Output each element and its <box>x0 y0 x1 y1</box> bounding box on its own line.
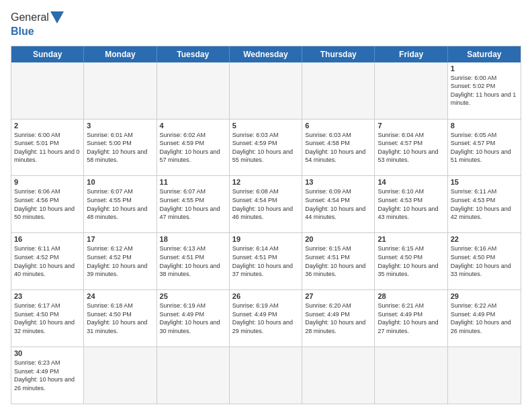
calendar-cell: 20Sunrise: 6:15 AMSunset: 4:51 PMDayligh… <box>302 233 375 289</box>
day-number: 10 <box>87 178 153 186</box>
calendar-body: 1Sunrise: 6:00 AMSunset: 5:02 PMDaylight… <box>11 62 521 404</box>
calendar-cell <box>157 62 230 119</box>
calendar-cell: 8Sunrise: 6:05 AMSunset: 4:57 PMDaylight… <box>448 120 521 176</box>
calendar-cell <box>230 347 302 404</box>
day-info: Sunrise: 6:13 AMSunset: 4:51 PMDaylight:… <box>160 244 226 278</box>
day-info: Sunrise: 6:10 AMSunset: 4:53 PMDaylight:… <box>378 187 444 221</box>
calendar-cell: 10Sunrise: 6:07 AMSunset: 4:55 PMDayligh… <box>84 176 157 232</box>
calendar-cell <box>302 62 375 119</box>
day-info: Sunrise: 6:11 AMSunset: 4:53 PMDaylight:… <box>451 187 518 221</box>
day-number: 26 <box>232 292 299 300</box>
logo-triangle-icon <box>50 11 64 24</box>
day-info: Sunrise: 6:00 AMSunset: 5:01 PMDaylight:… <box>14 131 81 165</box>
day-number: 9 <box>14 178 81 186</box>
calendar-cell: 13Sunrise: 6:09 AMSunset: 4:54 PMDayligh… <box>302 176 375 232</box>
day-number: 29 <box>451 292 518 300</box>
day-info: Sunrise: 6:00 AMSunset: 5:02 PMDaylight:… <box>451 74 518 107</box>
page-header: General Blue <box>11 11 521 39</box>
calendar-cell: 29Sunrise: 6:22 AMSunset: 4:49 PMDayligh… <box>448 290 521 347</box>
day-info: Sunrise: 6:03 AMSunset: 4:59 PMDaylight:… <box>232 131 299 165</box>
calendar-page: General Blue SundayMondayTuesdayWednesda… <box>0 0 532 411</box>
calendar-cell: 24Sunrise: 6:18 AMSunset: 4:50 PMDayligh… <box>84 290 157 347</box>
day-number: 30 <box>14 349 81 357</box>
day-number: 24 <box>87 292 153 300</box>
day-info: Sunrise: 6:17 AMSunset: 4:50 PMDaylight:… <box>14 302 81 335</box>
day-info: Sunrise: 6:03 AMSunset: 4:58 PMDaylight:… <box>305 131 371 165</box>
day-info: Sunrise: 6:08 AMSunset: 4:54 PMDaylight:… <box>232 187 299 221</box>
calendar-cell <box>84 347 157 404</box>
calendar-cell: 15Sunrise: 6:11 AMSunset: 4:53 PMDayligh… <box>448 176 521 232</box>
day-header-wednesday: Wednesday <box>230 46 302 62</box>
calendar-cell: 3Sunrise: 6:01 AMSunset: 5:00 PMDaylight… <box>84 120 157 176</box>
calendar-cell: 17Sunrise: 6:12 AMSunset: 4:52 PMDayligh… <box>84 233 157 289</box>
calendar-header: SundayMondayTuesdayWednesdayThursdayFrid… <box>11 46 521 62</box>
day-info: Sunrise: 6:01 AMSunset: 5:00 PMDaylight:… <box>87 131 153 165</box>
day-number: 22 <box>451 235 518 243</box>
calendar-week-4: 16Sunrise: 6:11 AMSunset: 4:52 PMDayligh… <box>11 233 521 290</box>
day-info: Sunrise: 6:07 AMSunset: 4:55 PMDaylight:… <box>87 187 153 221</box>
day-info: Sunrise: 6:23 AMSunset: 4:49 PMDaylight:… <box>14 359 81 392</box>
day-info: Sunrise: 6:06 AMSunset: 4:56 PMDaylight:… <box>14 187 81 221</box>
day-info: Sunrise: 6:04 AMSunset: 4:57 PMDaylight:… <box>378 131 444 165</box>
day-number: 18 <box>160 235 226 243</box>
day-number: 12 <box>232 178 299 186</box>
calendar-week-3: 9Sunrise: 6:06 AMSunset: 4:56 PMDaylight… <box>11 176 521 233</box>
calendar-cell: 28Sunrise: 6:21 AMSunset: 4:49 PMDayligh… <box>375 290 447 347</box>
day-number: 4 <box>160 122 226 130</box>
calendar-cell: 27Sunrise: 6:20 AMSunset: 4:49 PMDayligh… <box>302 290 375 347</box>
day-header-monday: Monday <box>84 46 157 62</box>
day-info: Sunrise: 6:05 AMSunset: 4:57 PMDaylight:… <box>451 131 518 165</box>
calendar-cell: 16Sunrise: 6:11 AMSunset: 4:52 PMDayligh… <box>11 233 84 289</box>
day-header-friday: Friday <box>375 46 447 62</box>
day-info: Sunrise: 6:22 AMSunset: 4:49 PMDaylight:… <box>451 302 518 335</box>
calendar-cell: 4Sunrise: 6:02 AMSunset: 4:59 PMDaylight… <box>157 120 230 176</box>
day-info: Sunrise: 6:21 AMSunset: 4:49 PMDaylight:… <box>378 302 444 335</box>
day-info: Sunrise: 6:07 AMSunset: 4:55 PMDaylight:… <box>160 187 226 221</box>
calendar-cell <box>157 347 230 404</box>
day-number: 16 <box>14 235 81 243</box>
day-info: Sunrise: 6:11 AMSunset: 4:52 PMDaylight:… <box>14 244 81 278</box>
day-number: 25 <box>160 292 226 300</box>
day-number: 28 <box>378 292 444 300</box>
calendar-cell: 14Sunrise: 6:10 AMSunset: 4:53 PMDayligh… <box>375 176 447 232</box>
calendar-cell <box>84 62 157 119</box>
day-info: Sunrise: 6:19 AMSunset: 4:49 PMDaylight:… <box>232 302 299 335</box>
calendar-cell: 2Sunrise: 6:00 AMSunset: 5:01 PMDaylight… <box>11 120 84 176</box>
calendar-cell: 9Sunrise: 6:06 AMSunset: 4:56 PMDaylight… <box>11 176 84 232</box>
day-header-tuesday: Tuesday <box>157 46 230 62</box>
calendar-cell: 26Sunrise: 6:19 AMSunset: 4:49 PMDayligh… <box>230 290 302 347</box>
day-info: Sunrise: 6:15 AMSunset: 4:51 PMDaylight:… <box>305 244 371 278</box>
day-header-sunday: Sunday <box>11 46 84 62</box>
day-number: 27 <box>305 292 371 300</box>
calendar-cell <box>302 347 375 404</box>
day-info: Sunrise: 6:20 AMSunset: 4:49 PMDaylight:… <box>305 302 371 335</box>
calendar-cell: 11Sunrise: 6:07 AMSunset: 4:55 PMDayligh… <box>157 176 230 232</box>
logo-blue-text: Blue <box>11 25 34 39</box>
calendar-cell <box>375 347 447 404</box>
svg-marker-0 <box>50 11 64 24</box>
calendar-cell: 18Sunrise: 6:13 AMSunset: 4:51 PMDayligh… <box>157 233 230 289</box>
day-number: 6 <box>305 122 371 130</box>
calendar-week-6: 30Sunrise: 6:23 AMSunset: 4:49 PMDayligh… <box>11 347 521 404</box>
calendar-cell: 5Sunrise: 6:03 AMSunset: 4:59 PMDaylight… <box>230 120 302 176</box>
calendar-cell: 22Sunrise: 6:16 AMSunset: 4:50 PMDayligh… <box>448 233 521 289</box>
calendar-week-2: 2Sunrise: 6:00 AMSunset: 5:01 PMDaylight… <box>11 120 521 177</box>
day-number: 13 <box>305 178 371 186</box>
day-info: Sunrise: 6:14 AMSunset: 4:51 PMDaylight:… <box>232 244 299 278</box>
calendar-cell: 7Sunrise: 6:04 AMSunset: 4:57 PMDaylight… <box>375 120 447 176</box>
day-info: Sunrise: 6:19 AMSunset: 4:49 PMDaylight:… <box>160 302 226 335</box>
day-number: 11 <box>160 178 226 186</box>
day-number: 1 <box>451 64 518 73</box>
calendar-cell <box>448 347 521 404</box>
day-number: 5 <box>232 122 299 130</box>
day-number: 2 <box>14 122 81 130</box>
calendar-cell <box>375 62 447 119</box>
day-header-saturday: Saturday <box>448 46 521 62</box>
day-info: Sunrise: 6:12 AMSunset: 4:52 PMDaylight:… <box>87 244 153 278</box>
day-number: 19 <box>232 235 299 243</box>
calendar-cell: 12Sunrise: 6:08 AMSunset: 4:54 PMDayligh… <box>230 176 302 232</box>
calendar-week-5: 23Sunrise: 6:17 AMSunset: 4:50 PMDayligh… <box>11 290 521 347</box>
calendar-cell <box>11 62 84 119</box>
day-number: 15 <box>451 178 518 186</box>
day-info: Sunrise: 6:15 AMSunset: 4:50 PMDaylight:… <box>378 244 444 278</box>
